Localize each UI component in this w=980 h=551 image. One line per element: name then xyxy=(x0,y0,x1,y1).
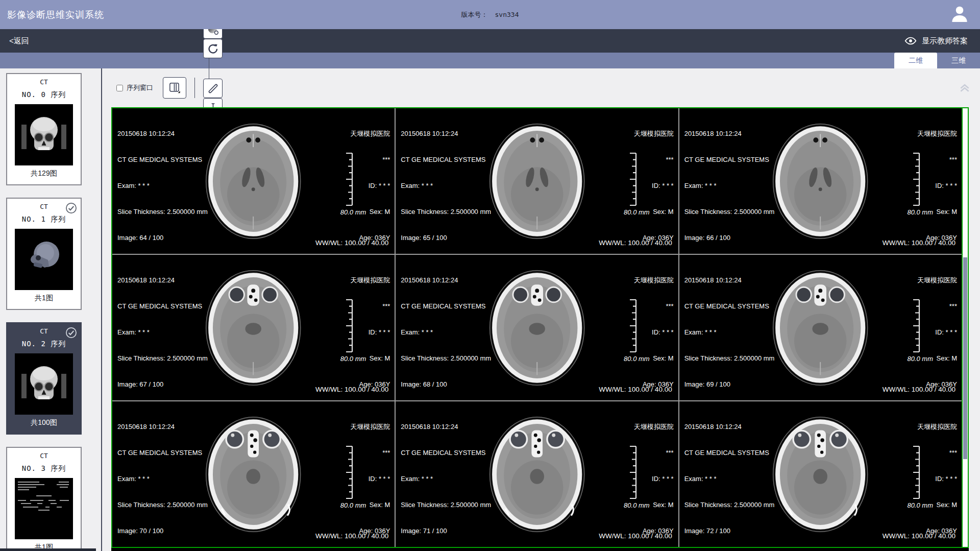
series-thumbnail xyxy=(15,104,73,165)
overlay-top-left: 20150618 10:12:24 CT GE MEDICAL SYSTEMS … xyxy=(401,112,491,254)
ct-image-cell-2[interactable]: 20150618 10:12:24 CT GE MEDICAL SYSTEMS … xyxy=(679,108,962,254)
overlay-slice-thickness: Slice Thickness: 2.500000 mm xyxy=(117,500,208,509)
user-icon xyxy=(949,4,970,25)
ct-slice-graphic xyxy=(479,410,595,539)
checkmark-icon xyxy=(65,327,77,339)
viewer-scrollbar-thumb[interactable] xyxy=(963,257,967,459)
overlay-stars: *** xyxy=(350,448,390,457)
ct-image-cell-1[interactable]: 20150618 10:12:24 CT GE MEDICAL SYSTEMS … xyxy=(396,108,678,254)
overlay-datetime: 20150618 10:12:24 xyxy=(117,422,208,431)
overlay-datetime: 20150618 10:12:24 xyxy=(684,422,775,431)
ct-image-cell-3[interactable]: 20150618 10:12:24 CT GE MEDICAL SYSTEMS … xyxy=(112,255,395,400)
series-card-1[interactable]: CT NO. 1 序列 共1图 xyxy=(6,198,82,310)
overlay-patient-id: ID: * * * xyxy=(634,181,674,190)
layout-button[interactable] xyxy=(163,77,186,99)
window-level-label: WW/WL: 100.00 / 40.00 xyxy=(315,386,388,393)
window-level-label: WW/WL: 100.00 / 40.00 xyxy=(883,386,955,393)
overlay-slice-thickness: Slice Thickness: 2.500000 mm xyxy=(684,500,775,509)
top-bar: 影像诊断思维实训系统 版本号：svn334 xyxy=(0,0,980,29)
scale-ruler-icon xyxy=(342,299,355,353)
overlay-device: CT GE MEDICAL SYSTEMS xyxy=(401,302,491,310)
window-level-label: WW/WL: 100.00 / 40.00 xyxy=(599,239,672,247)
user-avatar-button[interactable] xyxy=(949,4,970,25)
scale-ruler-icon xyxy=(342,445,355,499)
overlay-datetime: 20150618 10:12:24 xyxy=(684,276,775,284)
overlay-top-right: 天堰模拟医院 *** ID: * * * Sex: M Age: 036Y xyxy=(917,405,957,547)
ct-slice-graphic xyxy=(479,263,595,392)
layout-grid-icon xyxy=(167,81,182,94)
scale-label: 80.0 mm xyxy=(624,355,650,363)
overlay-top-right: 天堰模拟医院 *** ID: * * * Sex: M Age: 036Y xyxy=(350,112,390,254)
series-window-checkbox[interactable] xyxy=(116,85,123,91)
overlay-device: CT GE MEDICAL SYSTEMS xyxy=(684,155,775,164)
overlay-slice-thickness: Slice Thickness: 2.500000 mm xyxy=(401,500,491,509)
ct-image-cell-4[interactable]: 20150618 10:12:24 CT GE MEDICAL SYSTEMS … xyxy=(396,255,678,400)
overlay-image-number: Image: 70 / 100 xyxy=(117,526,208,535)
toolbar: 序列窗口 90°90°T主次→ xyxy=(102,68,980,107)
show-teacher-answer-button[interactable]: 显示教师答案 xyxy=(904,36,968,46)
scale-ruler-icon xyxy=(342,152,355,206)
ct-image-cell-7[interactable]: 20150618 10:12:24 CT GE MEDICAL SYSTEMS … xyxy=(396,401,678,547)
tab-2d[interactable]: 二维 xyxy=(894,53,937,68)
version-label: 版本号： xyxy=(461,11,488,18)
window-level-label: WW/WL: 100.00 / 40.00 xyxy=(315,239,388,247)
overlay-patient-id: ID: * * * xyxy=(634,474,674,483)
collapse-toolbar-button[interactable] xyxy=(959,81,971,94)
viewer-scrollbar[interactable] xyxy=(962,108,968,547)
overlay-stars: *** xyxy=(634,448,674,457)
overlay-image-number: Image: 66 / 100 xyxy=(684,233,775,242)
series-image-count: 共1图 xyxy=(7,294,81,303)
scale-label: 80.0 mm xyxy=(907,208,933,216)
series-thumbnail xyxy=(15,353,73,415)
overlay-top-right: 天堰模拟医院 *** ID: * * * Sex: M Age: 036Y xyxy=(634,258,674,400)
series-card-2[interactable]: CT NO. 2 序列 共100图 xyxy=(6,322,82,435)
overlay-top-left: 20150618 10:12:24 CT GE MEDICAL SYSTEMS … xyxy=(117,112,208,254)
ct-image-cell-6[interactable]: 20150618 10:12:24 CT GE MEDICAL SYSTEMS … xyxy=(112,401,395,547)
series-window-checkbox-group: 序列窗口 xyxy=(116,83,153,92)
main-area: CT NO. 0 序列 共129图 CT NO. 1 序列 共1图 CT NO.… xyxy=(0,68,980,551)
tab-3d[interactable]: 三维 xyxy=(937,53,980,68)
version-value: svn334 xyxy=(495,11,519,18)
overlay-top-left: 20150618 10:12:24 CT GE MEDICAL SYSTEMS … xyxy=(117,405,208,547)
ct-slice-graphic xyxy=(479,117,595,246)
overlay-device: CT GE MEDICAL SYSTEMS xyxy=(117,302,208,310)
overlay-hospital: 天堰模拟医院 xyxy=(634,276,674,284)
series-card-3[interactable]: CT NO. 3 序列 共1图 xyxy=(6,447,82,551)
back-button[interactable]: <返回 xyxy=(9,36,29,46)
overlay-hospital: 天堰模拟医院 xyxy=(917,276,957,284)
overlay-top-right: 天堰模拟医院 *** ID: * * * Sex: M Age: 036Y xyxy=(634,112,674,254)
series-card-0[interactable]: CT NO. 0 序列 共129图 xyxy=(6,73,82,185)
window-level-label: WW/WL: 100.00 / 40.00 xyxy=(599,386,672,393)
line-measure-tool[interactable] xyxy=(203,79,223,98)
scale-label: 80.0 mm xyxy=(624,208,650,216)
scale-label: 80.0 mm xyxy=(340,208,366,216)
view-tabs: 二维 三维 xyxy=(0,53,980,68)
overlay-patient-id: ID: * * * xyxy=(917,474,957,483)
overlay-patient-id: ID: * * * xyxy=(917,181,957,190)
ct-slice-graphic xyxy=(763,117,878,246)
scale-label: 80.0 mm xyxy=(340,355,366,363)
ct-image-cell-0[interactable]: 20150618 10:12:24 CT GE MEDICAL SYSTEMS … xyxy=(112,108,395,254)
overlay-hospital: 天堰模拟医院 xyxy=(350,129,390,138)
overlay-exam: Exam: * * * xyxy=(117,181,208,190)
overlay-top-right: 天堰模拟医院 *** ID: * * * Sex: M Age: 036Y xyxy=(350,258,390,400)
ct-image-cell-8[interactable]: 20150618 10:12:24 CT GE MEDICAL SYSTEMS … xyxy=(679,401,962,547)
overlay-exam: Exam: * * * xyxy=(401,328,491,337)
overlay-top-left: 20150618 10:12:24 CT GE MEDICAL SYSTEMS … xyxy=(401,258,491,400)
overlay-top-right: 天堰模拟医院 *** ID: * * * Sex: M Age: 036Y xyxy=(350,405,390,547)
series-name: NO. 0 序列 xyxy=(7,90,81,100)
overlay-stars: *** xyxy=(634,155,674,164)
overlay-slice-thickness: Slice Thickness: 2.500000 mm xyxy=(684,354,775,363)
reset-tool[interactable] xyxy=(203,39,223,58)
overlay-exam: Exam: * * * xyxy=(684,181,775,190)
series-image-count: 共100图 xyxy=(7,418,81,427)
overlay-patient-id: ID: * * * xyxy=(917,328,957,337)
overlay-image-number: Image: 65 / 100 xyxy=(401,233,491,242)
overlay-hospital: 天堰模拟医院 xyxy=(634,422,674,431)
ct-image-cell-5[interactable]: 20150618 10:12:24 CT GE MEDICAL SYSTEMS … xyxy=(679,255,962,400)
overlay-device: CT GE MEDICAL SYSTEMS xyxy=(684,448,775,457)
toolbar-divider xyxy=(194,78,195,98)
window-level-label: WW/WL: 100.00 / 40.00 xyxy=(599,532,672,540)
overlay-exam: Exam: * * * xyxy=(401,474,491,483)
series-thumbnail xyxy=(15,229,73,290)
